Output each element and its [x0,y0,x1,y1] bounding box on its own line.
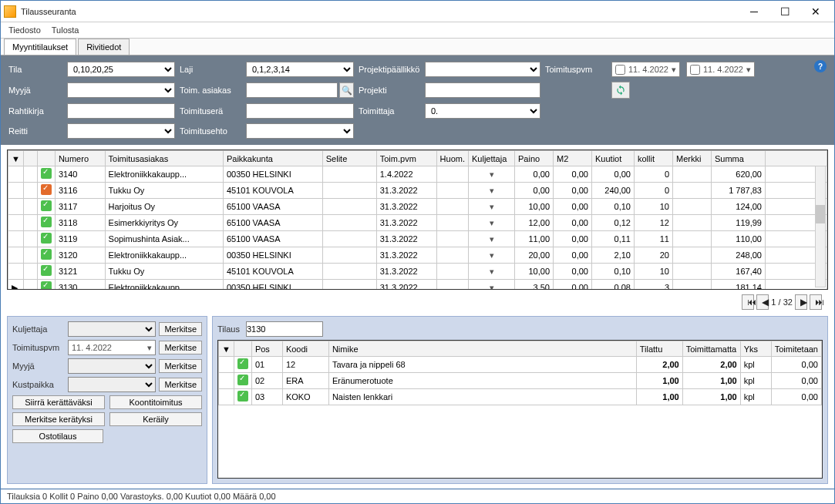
col-kollit[interactable]: kollit [635,151,673,166]
col-paikkakunta[interactable]: Paikkakunta [223,151,322,166]
help-icon[interactable]: ? [814,60,827,72]
close-button[interactable]: ✕ [800,2,831,22]
col-m2[interactable]: M2 [554,151,592,166]
kuljettaja-dropdown[interactable]: ▾ [469,264,515,280]
col-numero[interactable]: Numero [55,151,105,166]
filter-laji[interactable]: 0,1,2,3,14 [246,62,354,77]
merkitse-toimituspvm[interactable]: Merkitse [159,341,202,354]
col-toimitusasiakas[interactable]: Toimitusasiakas [105,151,223,166]
table-row[interactable]: 3119Sopimushinta Asiak...65100 VAASA31.3… [8,231,827,247]
label-toimitussera: Toimituserä [180,106,241,116]
table-row[interactable]: 3116Tukku Oy45101 KOUVOLA31.3.2022 ▾ 0,0… [8,183,827,199]
col-paino[interactable]: Paino [515,151,554,166]
statusbar: Tilauksia 0 Kollit 0 Paino 0,00 Varastoy… [1,489,834,503]
filter-toimitussera[interactable] [246,103,354,119]
koontitoimitus-button[interactable]: Koontitoimitus [109,395,202,409]
label-toimituspvm2: Toimituspvm [12,343,65,352]
col-toimpvm[interactable]: Toim.pvm [376,151,436,166]
action-kuljettaja[interactable] [68,321,156,337]
label-projektipaallikko: Projektipäällikkö [359,65,420,74]
merkitse-keratyksi-button[interactable]: Merkitse kerätyksi [12,412,105,426]
filter-myyja[interactable] [67,82,175,98]
label-toimituspvm: Toimituspvm [545,65,607,74]
action-myyja[interactable] [68,358,156,374]
kuljettaja-dropdown[interactable]: ▾ [469,183,515,199]
col-kuutiot[interactable]: Kuutiot [592,151,635,166]
filter-date-from[interactable]: 11. 4.2022▾ [611,62,680,77]
search-customer-button[interactable]: 🔍 [339,82,354,98]
dcol-toimitetaan[interactable]: Toimitetaan [771,341,821,357]
tab-rivitiedot[interactable]: Rivitiedot [78,39,130,55]
col-kuljettaja[interactable]: Kuljettaja [469,151,515,166]
kuljettaja-dropdown[interactable]: ▾ [469,166,515,183]
pager-last[interactable]: ⏭ [810,294,822,310]
merkitse-kustpaikka[interactable]: Merkitse [159,378,202,391]
col-merkki[interactable]: Merkki [673,151,712,166]
detail-row[interactable]: 02ERAEränumerotuote 1,001,00kpl0,00 [219,373,822,389]
status-icon [237,358,248,369]
detail-row[interactable]: 0112Tavara ja nippeli 68 2,002,00kpl0,00 [219,357,822,373]
filter-projektipaallikko[interactable] [425,62,540,77]
filter-toim-asiakas[interactable] [246,82,338,98]
minimize-button[interactable]: ─ [739,2,769,22]
filter-rahtikirja[interactable] [67,103,175,119]
action-toimituspvm[interactable]: 11. 4.2022▾ [68,340,156,355]
titlebar: Tilausseuranta ─ ☐ ✕ [1,1,834,22]
tab-myyntitilaukset[interactable]: Myyntitilaukset [4,39,76,55]
table-row[interactable]: ▶ 3130Elektroniikkakaupp...00350 HELSINK… [8,280,827,291]
filter-date-to[interactable]: 11. 4.2022▾ [686,62,755,77]
col-huom[interactable]: Huom. [436,151,468,166]
status-icon [41,168,52,179]
pager-next[interactable]: ▶ [795,294,807,310]
kuljettaja-dropdown[interactable]: ▾ [469,280,515,291]
merkitse-myyja[interactable]: Merkitse [159,359,202,373]
detail-filter-icon[interactable]: ▼ [219,341,234,357]
col-filter-icon[interactable]: ▼ [8,151,24,166]
col-selite[interactable]: Selite [322,151,376,166]
filter-toimitusehto[interactable] [246,123,354,139]
table-row[interactable]: 3140Elektroniikkakaupp...00350 HELSINKI1… [8,166,827,183]
action-kustpaikka[interactable] [68,377,156,392]
status-icon [41,249,52,260]
table-row[interactable]: 3117Harjoitus Oy65100 VAASA31.3.2022 ▾ 1… [8,199,827,215]
actions-panel: KuljettajaMerkitse Toimituspvm11. 4.2022… [7,316,207,484]
filter-projekti[interactable] [425,82,540,98]
table-row[interactable]: 3120Elektroniikkakaupp...00350 HELSINKI3… [8,247,827,264]
filter-tila[interactable]: 0,10,20,25 [67,62,175,77]
status-icon [41,217,52,227]
menu-tiedosto[interactable]: Tiedosto [8,25,41,35]
maximize-button[interactable]: ☐ [769,2,800,22]
menu-tulosta[interactable]: Tulosta [52,25,79,35]
kuljettaja-dropdown[interactable]: ▾ [469,199,515,215]
kuljettaja-dropdown[interactable]: ▾ [469,247,515,264]
pager-prev[interactable]: ◀ [756,294,769,310]
kuljettaja-dropdown[interactable]: ▾ [469,215,515,231]
dcol-toimittamatta[interactable]: Toimittamatta [682,341,740,357]
filter-toimittaja[interactable]: 0. [425,103,540,119]
refresh-button[interactable] [611,82,630,99]
label-myyja: Myyjä [8,86,62,95]
table-row[interactable]: 3118Esimerkkiyritys Oy65100 VAASA31.3.20… [8,215,827,231]
siirra-kerattavaksi-button[interactable]: Siirrä kerättäväksi [12,395,105,409]
dcol-yks[interactable]: Yks [740,341,771,357]
search-icon: 🔍 [342,86,352,96]
merkitse-kuljettaja[interactable]: Merkitse [159,322,202,336]
table-row[interactable]: 3121Tukku Oy45101 KOUVOLA31.3.2022 ▾ 10,… [8,264,827,280]
dcol-tilattu[interactable]: Tilattu [636,341,682,357]
vertical-scrollbar[interactable] [815,166,826,287]
keraily-button[interactable]: Keräily [109,412,202,426]
kuljettaja-dropdown[interactable]: ▾ [469,231,515,247]
tilaus-input[interactable] [246,321,323,337]
detail-row[interactable]: 03KOKONaisten lenkkari 1,001,00kpl0,00 [219,389,822,405]
label-tila: Tila [8,65,62,74]
ostotilaus-button[interactable]: Ostotilaus [12,429,103,443]
pager-first[interactable]: ⏮ [742,294,754,310]
dcol-koodi[interactable]: Koodi [282,341,328,357]
dcol-pos[interactable]: Pos [251,341,282,357]
filter-reitti[interactable] [67,123,175,139]
status-icon [41,200,52,211]
dcol-nimike[interactable]: Nimike [328,341,636,357]
status-icon [237,375,248,385]
col-summa[interactable]: Summa [712,151,766,166]
label-rahtikirja: Rahtikirja [8,106,62,116]
